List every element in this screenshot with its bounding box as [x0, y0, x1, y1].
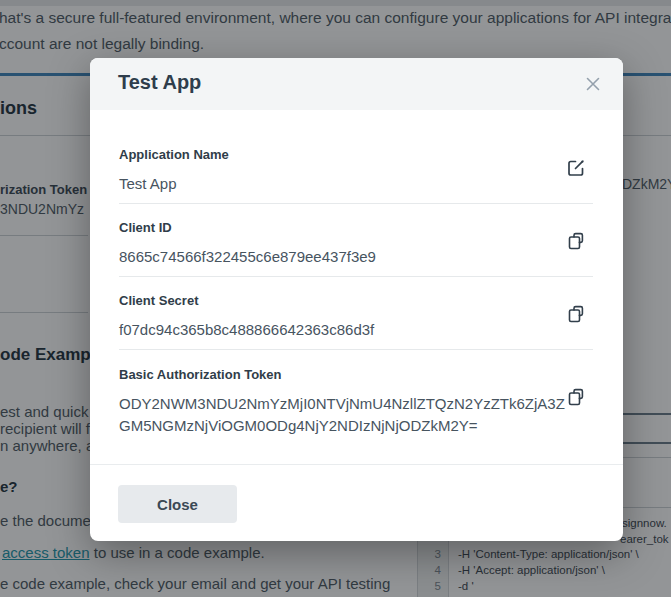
copy-button[interactable] [565, 231, 587, 253]
field-value: ODY2NWM3NDU2NmYzMjI0NTVjNmU4NzllZTQzN2Yz… [119, 393, 571, 437]
field-value: Test App [119, 173, 229, 195]
field-label: Basic Authorization Token [119, 367, 571, 382]
edit-icon [566, 158, 586, 178]
field-label: Application Name [119, 147, 229, 162]
field-client-secret: Client Secret f07dc94c365b8c488866642363… [119, 293, 374, 341]
field-value: 8665c74566f322455c6e879ee437f3e9 [119, 246, 376, 268]
modal-header: Test App [90, 58, 623, 110]
copy-icon [566, 231, 586, 251]
copy-icon [566, 304, 586, 324]
copy-button[interactable] [565, 304, 587, 326]
copy-icon [566, 387, 586, 407]
field-label: Client ID [119, 220, 376, 235]
field-application-name: Application Name Test App [119, 147, 229, 195]
x-glyph [585, 76, 601, 92]
edit-button[interactable] [565, 158, 587, 180]
footer-divider [90, 464, 623, 465]
field-client-id: Client ID 8665c74566f322455c6e879ee437f3… [119, 220, 376, 268]
field-value: f07dc94c365b8c488866642363c86d3f [119, 319, 374, 341]
test-app-dialog: Test App Application Name Test App Clien… [90, 58, 623, 541]
copy-button[interactable] [565, 387, 587, 409]
close-icon[interactable] [579, 70, 607, 98]
field-basic-authorization-token: Basic Authorization Token ODY2NWM3NDU2Nm… [119, 367, 571, 437]
screen: hat's a secure full-featured environment… [0, 0, 671, 597]
close-button[interactable]: Close [118, 485, 237, 523]
field-label: Client Secret [119, 293, 374, 308]
page-title: Test App [118, 71, 201, 94]
